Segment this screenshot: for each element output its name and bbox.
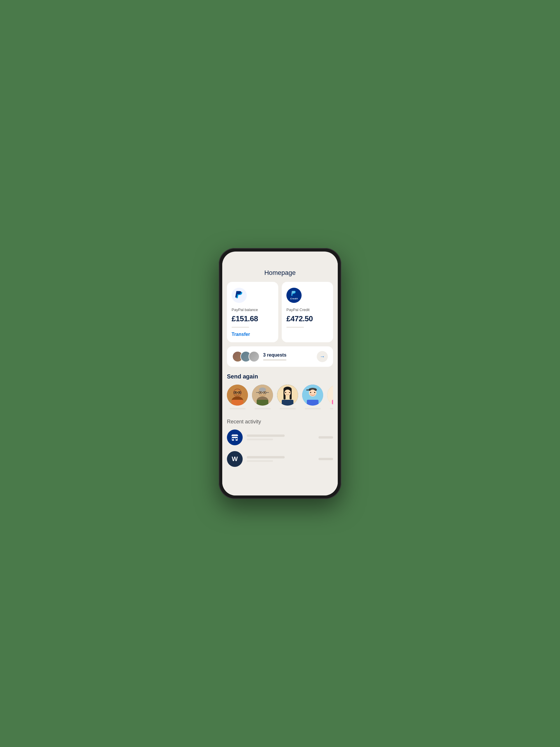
svg-rect-38 (307, 400, 319, 406)
transfer-link[interactable]: Transfer (232, 332, 273, 337)
person-name-5 (330, 408, 334, 409)
send-person-4[interactable] (302, 385, 323, 409)
svg-point-6 (239, 392, 240, 393)
paypal-balance-label: PayPal balance (232, 308, 273, 312)
paypal-credit-card[interactable]: Credit PayPal Credit £472.50 (282, 282, 333, 342)
person-name-2 (255, 408, 271, 409)
activity-text-2 (247, 456, 314, 462)
card-divider-2 (287, 327, 304, 328)
main-scroll-area[interactable]: Homepage PayPal balance £151.68 Tr (222, 263, 338, 495)
recent-activity-title: Recent activity (227, 419, 333, 425)
activity-initial-w: W (232, 455, 238, 463)
balance-cards-row: PayPal balance £151.68 Transfer (227, 282, 333, 342)
svg-rect-47 (332, 400, 333, 406)
svg-point-5 (235, 392, 236, 393)
activity-icon-w: W (227, 451, 243, 467)
svg-point-40 (314, 392, 315, 393)
svg-rect-29 (282, 400, 293, 406)
svg-point-31 (289, 392, 291, 393)
person-name-1 (230, 408, 246, 409)
svg-rect-4 (232, 400, 243, 406)
send-person-1[interactable] (227, 385, 248, 409)
person-name-4 (305, 408, 321, 409)
svg-point-16 (260, 392, 261, 393)
person-name-3 (280, 408, 296, 409)
paypal-balance-amount: £151.68 (232, 314, 273, 323)
svg-rect-52 (232, 438, 234, 439)
phone-screen: Homepage PayPal balance £151.68 Tr (222, 252, 338, 495)
person-avatar-2 (252, 385, 273, 406)
svg-point-14 (259, 387, 266, 392)
activity-line-1a (247, 435, 285, 437)
status-bar (222, 252, 338, 263)
paypal-logo-icon (235, 290, 243, 301)
person-avatar-4 (302, 385, 323, 406)
paypal-balance-card[interactable]: PayPal balance £151.68 Transfer (227, 282, 278, 342)
page-title: Homepage (227, 269, 333, 277)
card-divider (232, 327, 249, 328)
activity-item-2[interactable]: W (227, 451, 333, 467)
paypal-credit-label: PayPal Credit (287, 308, 328, 312)
person-avatar-5 (327, 385, 333, 406)
person-avatar-3 (277, 385, 298, 406)
activity-line-2b (247, 460, 273, 462)
svg-rect-36 (306, 390, 309, 390)
activity-line-1b (247, 439, 273, 440)
requests-avatar-stack (232, 351, 260, 362)
svg-rect-51 (234, 438, 236, 441)
send-person-2[interactable] (252, 385, 273, 409)
activity-amount-2 (319, 458, 333, 460)
requests-arrow-button[interactable]: → (317, 351, 328, 362)
svg-rect-15 (257, 400, 268, 406)
send-person-3[interactable] (277, 385, 298, 409)
person-avatar-1 (227, 385, 248, 406)
activity-item-1[interactable] (227, 430, 333, 445)
send-again-list (227, 385, 333, 411)
paypal-credit-logo-wrapper: Credit (287, 288, 301, 303)
store-icon (231, 433, 239, 441)
svg-point-39 (310, 392, 311, 393)
phone-device: Homepage PayPal balance £151.68 Tr (219, 248, 341, 499)
credit-text-label: Credit (290, 298, 298, 300)
activity-icon-store (227, 430, 243, 445)
request-avatar-3 (248, 351, 260, 362)
activity-line-2a (247, 456, 285, 458)
paypal-credit-amount: £472.50 (287, 314, 328, 323)
svg-point-17 (264, 392, 265, 393)
requests-text: 3 requests (263, 353, 313, 361)
requests-banner[interactable]: 3 requests → (227, 346, 333, 367)
svg-point-30 (285, 392, 287, 393)
svg-rect-53 (236, 438, 237, 439)
send-again-title: Send again (227, 373, 333, 380)
requests-count-label: 3 requests (263, 353, 313, 358)
activity-amount-1 (319, 436, 333, 439)
paypal-credit-icon: Credit (290, 291, 298, 300)
activity-text-1 (247, 435, 314, 440)
send-person-5[interactable] (327, 385, 333, 409)
paypal-logo-wrapper (232, 288, 247, 303)
requests-sub-line (263, 359, 287, 361)
